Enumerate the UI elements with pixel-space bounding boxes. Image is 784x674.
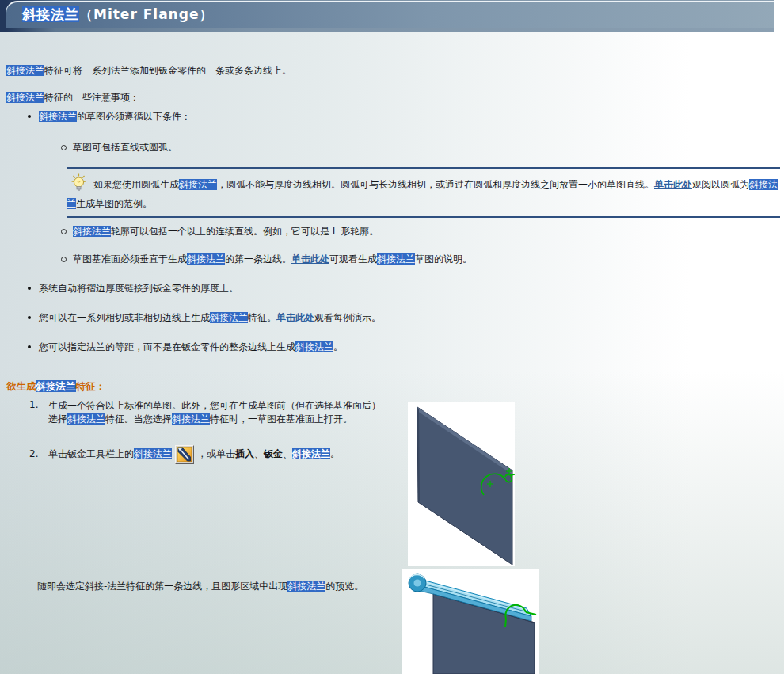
tip-note-box: 如果您使用圆弧生成斜接法兰，圆弧不能与厚度边线相切。圆弧可与长边线相切，或通过在…	[67, 167, 780, 218]
list-item: 草图可包括直线或圆弧。	[73, 141, 177, 154]
highlighted-term: 斜接法兰	[6, 65, 44, 76]
sheet-metal-sketch-image	[408, 402, 515, 566]
miter-flange-toolbar-icon	[175, 445, 194, 464]
text-segment: 特征。	[248, 312, 276, 323]
step-1: 1. 生成一个符合以上标准的草图。此外，您可在生成草图前（但在选择基准面后）选择…	[29, 399, 381, 426]
text-segment: 系统自动将褶边厚度链接到钣金零件的厚度上。	[39, 283, 238, 294]
highlighted-term: 斜接法兰	[210, 312, 248, 323]
circle-bullet-marker	[61, 257, 67, 262]
text-segment: 草图的说明。	[415, 253, 472, 265]
text-segment: 特征：	[76, 380, 106, 392]
title-bar: 斜接法兰（Miter Flange）	[6, 1, 774, 28]
text-segment: 。	[330, 448, 340, 459]
highlighted-term: 斜接法兰	[292, 448, 330, 459]
lightbulb-icon	[71, 173, 86, 197]
text-segment: 可观看生成	[329, 253, 377, 265]
text-segment: 轮廓可以包括一个以上的连续直线。例如，它可以是 L 形轮廓。	[111, 226, 379, 237]
list-item: 斜接法兰轮廓可以包括一个以上的连续直线。例如，它可以是 L 形轮廓。	[73, 225, 379, 238]
text-segment: 的草图必须遵循以下条件：	[77, 111, 191, 122]
text-segment: 欲生成	[6, 380, 36, 392]
text-segment: 如果您使用圆弧生成	[93, 179, 179, 190]
help-page: 斜接法兰（Miter Flange） 斜接法兰特征可将一系列法兰添加到钣金零件的…	[0, 0, 784, 674]
highlighted-term: 斜接法兰	[22, 6, 79, 22]
procedure-heading: 欲生成斜接法兰特征：	[6, 380, 105, 393]
text-segment: 观阅以圆弧为	[692, 179, 749, 190]
text-segment: ，圆弧不能与厚度边线相切。圆弧可与长边线相切，或通过在圆弧和厚度边线之间放置一小…	[217, 179, 654, 190]
text-segment: 。	[333, 341, 343, 352]
text-segment: 您可以指定法兰的等距，而不是在钣金零件的整条边线上生成	[39, 341, 295, 352]
highlighted-term: 斜接法兰	[179, 179, 217, 190]
step-text: 生成一个符合以上标准的草图。此外，您可在生成草图前（但在选择基准面后）选择斜接法…	[48, 399, 381, 426]
list-item: 您可以在一系列相切或非相切边线上生成斜接法兰特征。单击此处观看每例演示。	[39, 311, 381, 324]
circle-bullet-marker	[61, 145, 67, 150]
menu-item-insert: 插入	[235, 448, 254, 459]
highlighted-term: 斜接法兰	[6, 92, 44, 103]
text-segment: 、	[283, 448, 292, 459]
text-segment: 草图基准面必须垂直于生成	[73, 253, 187, 265]
highlighted-term: 斜接法兰	[36, 380, 76, 392]
highlighted-term: 斜接法兰	[295, 341, 333, 352]
highlighted-term: 斜接法兰	[172, 413, 210, 425]
text-segment: 生成草图的范例。	[76, 198, 152, 209]
highlighted-term: 斜接法兰	[73, 226, 111, 237]
text-segment: 草图可包括直线或圆弧。	[73, 142, 177, 153]
text-segment: 特征。当您选择	[105, 413, 172, 425]
step-number: 2.	[29, 442, 43, 466]
highlighted-term: 斜接法兰	[287, 581, 325, 592]
highlighted-term: 斜接法兰	[134, 448, 172, 459]
highlighted-term: 斜接法兰	[187, 253, 225, 265]
text-segment: 的第一条边线。	[225, 253, 291, 265]
text-segment: 的预览。	[325, 581, 363, 592]
text-segment: （Miter Flange）	[79, 6, 213, 22]
notes-lead-paragraph: 斜接法兰特征的一些注意事项：	[6, 91, 139, 104]
highlighted-term: 斜接法兰	[67, 413, 105, 425]
list-item: 草图基准面必须垂直于生成斜接法兰的第一条边线。单击此处可观看生成斜接法兰草图的说…	[73, 253, 472, 265]
page-title: 斜接法兰（Miter Flange）	[6, 2, 774, 26]
bullet-marker	[28, 345, 31, 348]
step-2: 2. 单击钣金工具栏上的斜接法兰 ，或单击插入、钣金、斜接法兰。	[29, 442, 340, 466]
list-item: 系统自动将褶边厚度链接到钣金零件的厚度上。	[39, 282, 238, 295]
text-segment: 单击钣金工具栏上的	[48, 448, 134, 459]
intro-paragraph: 斜接法兰特征可将一系列法兰添加到钣金零件的一条或多条边线上。	[6, 64, 291, 77]
step-number: 1.	[29, 399, 43, 426]
text-segment: ，或单击	[197, 448, 235, 459]
text-segment: 特征时，一草图在基准面上打开。	[210, 413, 352, 425]
text-segment: 您可以在一系列相切或非相切边线上生成	[39, 312, 210, 323]
bullet-marker	[28, 316, 31, 319]
result-paragraph: 随即会选定斜接-法兰特征的第一条边线，且图形区域中出现斜接法兰的预览。	[37, 580, 363, 593]
text-segment: 观看每例演示。	[314, 312, 381, 323]
click-here-link[interactable]: 单击此处	[276, 312, 314, 323]
highlighted-term: 斜接法兰	[377, 253, 415, 265]
step-text: 单击钣金工具栏上的斜接法兰 ，或单击插入、钣金、斜接法兰。	[48, 442, 340, 466]
text-segment: 特征的一些注意事项：	[44, 92, 139, 103]
text-segment: 随即会选定斜接-法兰特征的第一条边线，且图形区域中出现	[37, 581, 287, 592]
highlighted-term: 斜接法兰	[39, 111, 77, 122]
text-segment: 特征可将一系列法兰添加到钣金零件的一条或多条边线上。	[44, 65, 291, 76]
miter-flange-preview-image	[402, 569, 539, 674]
circle-bullet-marker	[61, 229, 67, 234]
bullet-marker	[28, 287, 31, 290]
list-item: 斜接法兰的草图必须遵循以下条件：	[39, 110, 191, 123]
click-here-link[interactable]: 单击此处	[654, 179, 692, 190]
list-item: 您可以指定法兰的等距，而不是在钣金零件的整条边线上生成斜接法兰。	[39, 341, 343, 353]
text-segment: 、	[254, 448, 264, 459]
menu-item-sheet-metal: 钣金	[264, 448, 283, 459]
bullet-marker	[28, 115, 31, 118]
click-here-link[interactable]: 单击此处	[291, 253, 329, 265]
